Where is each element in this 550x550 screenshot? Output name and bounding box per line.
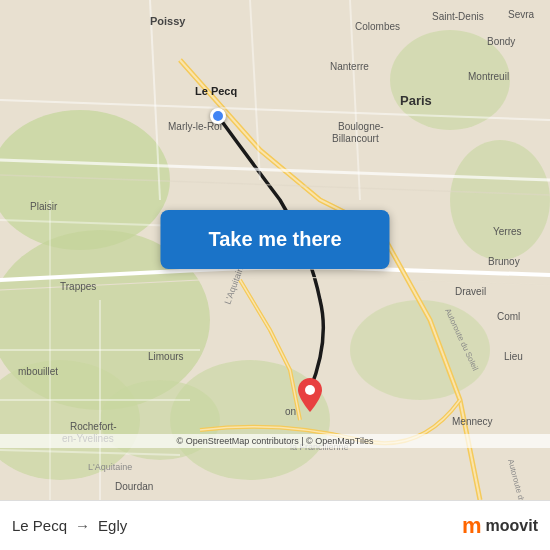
svg-text:Colombes: Colombes [355,21,400,32]
svg-point-5 [450,140,550,260]
svg-text:L'Aquitaine: L'Aquitaine [88,462,132,472]
svg-text:Dourdan: Dourdan [115,481,153,492]
svg-text:Nanterre: Nanterre [330,61,369,72]
destination-label: Egly [98,517,127,534]
svg-text:Coml: Coml [497,311,520,322]
svg-point-40 [305,385,315,395]
svg-text:Limours: Limours [148,351,184,362]
route-info: Le Pecq → Egly [12,517,127,534]
moovit-brand-name: moovit [486,517,538,535]
svg-text:Sevra: Sevra [508,9,535,20]
bottom-bar: Le Pecq → Egly m moovit [0,500,550,550]
svg-text:Le Pecq: Le Pecq [195,85,237,97]
svg-text:Billancourt: Billancourt [332,133,379,144]
svg-text:Montreuil: Montreuil [468,71,509,82]
map-container: Poissy Le Pecq Marly-le-Roi Plaisir Trap… [0,0,550,500]
moovit-m-icon: m [462,513,482,539]
svg-text:Mennecy: Mennecy [452,416,493,427]
origin-label: Le Pecq [12,517,67,534]
svg-text:on: on [285,406,296,417]
svg-text:Rochefort-: Rochefort- [70,421,117,432]
svg-text:Bondy: Bondy [487,36,515,47]
destination-marker [298,378,322,416]
svg-text:Saint-Denis: Saint-Denis [432,11,484,22]
moovit-logo: m moovit [462,513,538,539]
svg-text:mbouillet: mbouillet [18,366,58,377]
take-me-there-button[interactable]: Take me there [160,210,389,269]
svg-text:Lieu: Lieu [504,351,523,362]
svg-text:Paris: Paris [400,93,432,108]
map-attribution: © OpenStreetMap contributors | © OpenMap… [0,434,550,448]
svg-text:Plaisir: Plaisir [30,201,58,212]
route-arrow-icon: → [75,517,90,534]
svg-text:Yerres: Yerres [493,226,522,237]
svg-point-8 [100,380,220,460]
svg-text:Brunoy: Brunoy [488,256,520,267]
svg-text:Trappes: Trappes [60,281,96,292]
svg-text:Draveil: Draveil [455,286,486,297]
origin-marker [210,108,226,124]
svg-text:Boulogne-: Boulogne- [338,121,384,132]
svg-text:Poissy: Poissy [150,15,186,27]
